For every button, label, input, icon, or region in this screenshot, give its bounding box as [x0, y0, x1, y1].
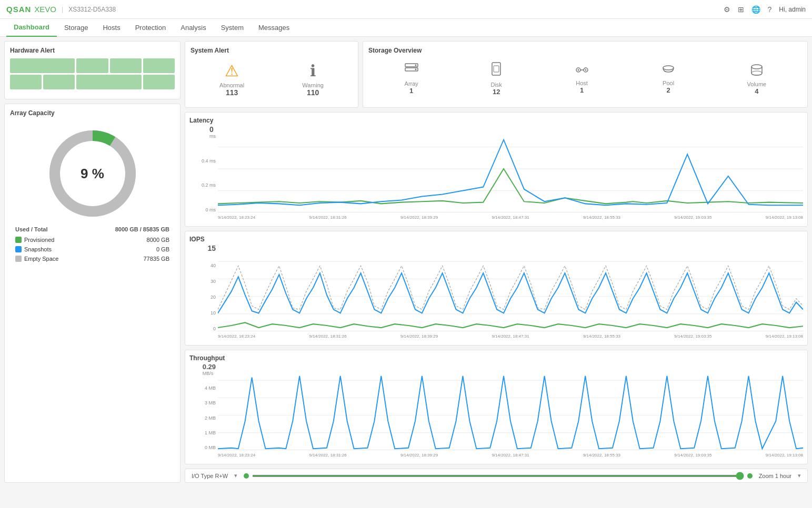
provisioned-label: Provisioned — [24, 237, 54, 243]
svg-point-5 — [415, 65, 416, 66]
throughput-y-axis: 0.29 MB/s 4 MB 3 MB 2 MB 1 MB 0 MB — [189, 363, 216, 460]
iops-chart-main: 9/14/2022, 18:23:24 9/14/2022, 18:31:26 … — [218, 244, 803, 341]
throughput-unit: MB/s — [203, 371, 214, 376]
volume-label: Volume — [747, 81, 767, 87]
svg-rect-8 — [494, 66, 499, 72]
array-label: Array — [404, 80, 419, 87]
latency-unit: ms — [209, 134, 216, 139]
used-total-label: Used / Total — [15, 226, 48, 232]
nav-item-protection[interactable]: Protection — [128, 19, 174, 37]
svg-rect-30 — [218, 363, 803, 450]
nav-item-analysis[interactable]: Analysis — [173, 19, 213, 37]
snapshots-color — [15, 246, 22, 252]
host-count: 1 — [574, 86, 590, 94]
capacity-legend: Used / Total 8000 GB / 85835 GB Provisio… — [10, 226, 175, 262]
snapshots-value: 0 GB — [156, 246, 169, 252]
charts-container: Latency 0 ms 0.4 ms 0.2 ms 0 ms — [185, 112, 808, 464]
nav-item-hosts[interactable]: Hosts — [95, 19, 127, 37]
globe-icon[interactable]: 🌐 — [751, 5, 760, 14]
storage-overview-title: Storage Overview — [368, 47, 802, 54]
iops-svg — [218, 244, 803, 331]
nav: Dashboard Storage Hosts Protection Analy… — [0, 19, 812, 37]
storage-item-array: Array 1 — [404, 63, 419, 95]
latency-chart-area: 0 ms 0.4 ms 0.2 ms 0 ms — [189, 125, 803, 222]
hw-cell — [110, 58, 142, 73]
nav-item-storage[interactable]: Storage — [57, 19, 96, 37]
throughput-current-val: 0.29 — [203, 363, 216, 371]
volume-count: 4 — [747, 87, 767, 95]
nav-item-messages[interactable]: Messages — [251, 19, 297, 37]
hardware-alert-card: Hardware Alert — [4, 41, 181, 99]
iops-title: IOPS — [189, 236, 803, 243]
logo-qsan: QSAN — [6, 5, 31, 14]
latency-y-axis: 0 ms 0.4 ms 0.2 ms 0 ms — [189, 125, 216, 222]
pool-label: Pool — [661, 80, 676, 86]
top-row: System Alert ⚠ Abnormal 113 ℹ Warning 11… — [185, 41, 808, 108]
host-icon — [574, 64, 590, 78]
legend-label-provisioned: Provisioned — [15, 237, 54, 243]
latency-chart-card: Latency 0 ms 0.4 ms 0.2 ms 0 ms — [185, 112, 808, 227]
storage-item-host: Host 1 — [574, 64, 590, 94]
io-type-dropdown-icon[interactable]: ▾ — [234, 472, 237, 479]
legend-row-empty: Empty Space 77835 GB — [15, 256, 169, 262]
storage-item-disk: Disk 12 — [490, 62, 503, 96]
slider-container — [244, 473, 752, 479]
iops-chart-area: 15 40 30 20 10 0 — [189, 244, 803, 341]
svg-rect-7 — [492, 63, 500, 75]
legend-label-snapshots: Snapshots — [15, 246, 52, 252]
storage-item-volume: Volume 4 — [747, 63, 767, 95]
legend-header: Used / Total 8000 GB / 85835 GB — [15, 226, 169, 232]
zoom-dropdown-icon[interactable]: ▾ — [798, 472, 801, 479]
hw-cell — [10, 58, 75, 73]
legend-row-snapshots: Snapshots 0 GB — [15, 246, 169, 252]
latency-y3: 0.4 ms — [202, 158, 216, 164]
latency-val-block: 0 ms — [209, 125, 216, 139]
latency-svg — [218, 125, 803, 212]
right-panel: System Alert ⚠ Abnormal 113 ℹ Warning 11… — [185, 41, 808, 483]
help-icon[interactable]: ? — [768, 5, 772, 14]
legend-row-provisioned: Provisioned 8000 GB — [15, 237, 169, 243]
donut-wrap: 9 % — [45, 126, 140, 221]
logo-xevo: XEVO — [34, 5, 56, 14]
provisioned-color — [15, 237, 22, 243]
host-label: Host — [574, 80, 590, 86]
warning-label: Warning — [302, 82, 324, 88]
storage-items: Array 1 Disk 12 Host — [368, 56, 802, 101]
latency-title: Latency — [189, 117, 803, 124]
hw-grid — [10, 58, 175, 89]
main-layout: Hardware Alert Array Capacity — [0, 37, 812, 487]
warning-alert: ℹ Warning 110 — [302, 62, 324, 97]
iops-current-val: 15 — [207, 244, 216, 252]
throughput-chart-card: Throughput 0.29 MB/s 4 MB 3 MB 2 MB 1 MB… — [185, 350, 808, 464]
logo: QSAN XEVO | XS3312-D5A338 — [6, 5, 116, 14]
latency-chart-main: 9/14/2022, 18:23:24 9/14/2022, 18:31:26 … — [218, 125, 803, 222]
hw-cell — [76, 58, 108, 73]
disk-icon — [490, 62, 503, 79]
legend-label-empty: Empty Space — [15, 256, 58, 262]
throughput-chart-main: 9/14/2022, 18:23:24 9/14/2022, 18:31:26 … — [218, 363, 803, 460]
hw-cell — [10, 75, 42, 89]
iops-chart-card: IOPS 15 40 30 20 10 0 — [185, 231, 808, 346]
alert-icons: ⚠ Abnormal 113 ℹ Warning 110 — [191, 56, 353, 102]
nav-item-system[interactable]: System — [214, 19, 251, 37]
system-alert-title: System Alert — [191, 47, 353, 54]
svg-point-13 — [585, 69, 586, 70]
slider-dot-left — [244, 473, 249, 479]
hardware-alert-title: Hardware Alert — [10, 47, 175, 54]
throughput-chart-area: 0.29 MB/s 4 MB 3 MB 2 MB 1 MB 0 MB — [189, 363, 803, 460]
latency-y2: 0.2 ms — [202, 182, 216, 188]
volume-icon — [747, 63, 767, 79]
throughput-x-labels: 9/14/2022, 18:23:24 9/14/2022, 18:31:26 … — [218, 450, 803, 460]
left-panel: Hardware Alert Array Capacity — [4, 41, 181, 483]
donut-center-text: 9 % — [81, 166, 104, 182]
nav-item-dashboard[interactable]: Dashboard — [6, 19, 57, 37]
header: QSAN XEVO | XS3312-D5A338 ⚙ ⊞ 🌐 ? Hi, ad… — [0, 0, 812, 19]
grid-icon[interactable]: ⊞ — [738, 5, 744, 14]
device-id: XS3312-D5A338 — [68, 6, 116, 13]
pool-count: 2 — [661, 86, 676, 94]
provisioned-value: 8000 GB — [147, 237, 169, 243]
zoom-slider[interactable] — [252, 475, 744, 477]
filter-icon[interactable]: ⚙ — [724, 5, 730, 14]
slider-dot-right — [747, 473, 753, 479]
disk-label: Disk — [490, 82, 503, 88]
